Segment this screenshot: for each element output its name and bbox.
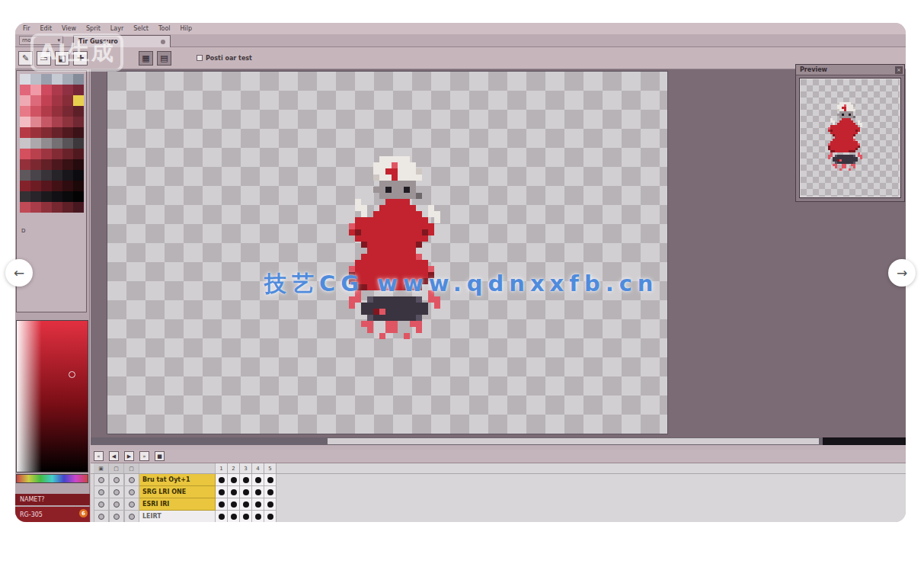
frame-cel[interactable] bbox=[228, 486, 240, 498]
palette-swatch[interactable] bbox=[20, 74, 30, 85]
palette-swatch[interactable] bbox=[52, 95, 62, 106]
layer-lock-toggle[interactable] bbox=[109, 474, 124, 486]
frame-cel[interactable] bbox=[252, 498, 264, 511]
carousel-prev-button[interactable]: ← bbox=[5, 259, 33, 287]
palette-swatch[interactable] bbox=[41, 191, 52, 202]
palette-swatch[interactable] bbox=[62, 95, 73, 106]
palette-swatch[interactable] bbox=[73, 85, 84, 95]
frame-cel[interactable] bbox=[240, 474, 252, 486]
frame-cel[interactable] bbox=[240, 511, 252, 522]
close-icon[interactable]: × bbox=[895, 66, 903, 74]
palette-swatch[interactable] bbox=[73, 138, 84, 149]
palette-swatch[interactable] bbox=[20, 138, 30, 149]
menu-item[interactable]: Tool bbox=[158, 25, 171, 32]
palette-swatch[interactable] bbox=[52, 106, 62, 117]
palette-swatch[interactable] bbox=[30, 74, 41, 85]
palette-swatch[interactable] bbox=[62, 170, 73, 181]
frame-number[interactable]: 5 bbox=[264, 463, 277, 473]
frame-cel[interactable] bbox=[240, 498, 252, 511]
palette-swatch[interactable] bbox=[30, 106, 41, 117]
sprite-canvas[interactable] bbox=[343, 156, 480, 339]
frame-cel[interactable] bbox=[252, 511, 264, 522]
timeline-header-box[interactable]: ▢ bbox=[109, 463, 124, 473]
layer-name[interactable]: ESRI IRI bbox=[139, 498, 216, 511]
frame-number[interactable]: 2 bbox=[228, 463, 240, 473]
layer-name[interactable]: SRG LRI ONE bbox=[139, 486, 216, 498]
layer-visibility-toggle[interactable] bbox=[94, 498, 109, 511]
frame-cel[interactable] bbox=[264, 498, 277, 511]
palette-swatch[interactable] bbox=[52, 74, 62, 85]
palette-swatch[interactable] bbox=[20, 127, 30, 138]
palette-swatch[interactable] bbox=[62, 149, 73, 159]
palette-swatch[interactable] bbox=[73, 74, 84, 85]
palette-swatch[interactable] bbox=[41, 95, 52, 106]
palette-swatch[interactable] bbox=[41, 127, 52, 138]
palette-swatch[interactable] bbox=[52, 138, 62, 149]
layer-lock-toggle[interactable] bbox=[109, 486, 124, 498]
toolbar-checkbox[interactable]: Posti oar test bbox=[197, 55, 252, 62]
palette-swatch[interactable] bbox=[20, 95, 30, 106]
layer-visibility-toggle[interactable] bbox=[94, 486, 109, 498]
layers-icon[interactable]: ▤ bbox=[157, 51, 171, 66]
palette-swatch[interactable] bbox=[20, 85, 30, 95]
palette-swatch[interactable] bbox=[41, 138, 52, 149]
play-button[interactable]: ▶ bbox=[124, 451, 134, 461]
palette-swatch[interactable] bbox=[52, 117, 62, 127]
frame-cel[interactable] bbox=[264, 486, 277, 498]
menu-item[interactable]: Fir bbox=[23, 25, 30, 32]
palette-swatch[interactable] bbox=[20, 170, 30, 181]
layer-link-toggle[interactable] bbox=[124, 498, 139, 511]
layer-visibility-toggle[interactable] bbox=[94, 511, 109, 522]
palette-swatch[interactable] bbox=[20, 159, 30, 170]
palette-swatch[interactable] bbox=[20, 202, 30, 213]
palette-swatch[interactable] bbox=[41, 170, 52, 181]
palette-swatch[interactable] bbox=[62, 138, 73, 149]
carousel-next-button[interactable]: → bbox=[888, 259, 916, 287]
frame-number[interactable]: 1 bbox=[216, 463, 228, 473]
frame-number[interactable]: 3 bbox=[240, 463, 252, 473]
palette-swatch[interactable] bbox=[62, 106, 73, 117]
layer-link-toggle[interactable] bbox=[124, 511, 139, 522]
menu-item[interactable]: Hilp bbox=[181, 25, 193, 32]
palette-swatch[interactable] bbox=[41, 149, 52, 159]
palette-swatch[interactable] bbox=[62, 159, 73, 170]
frame-cel[interactable] bbox=[240, 486, 252, 498]
hue-slider[interactable] bbox=[16, 474, 88, 483]
layer-name[interactable]: Bru tat Oyt+1 bbox=[139, 474, 216, 486]
palette-swatch[interactable] bbox=[73, 127, 84, 138]
palette-swatch[interactable] bbox=[52, 170, 62, 181]
loop-button[interactable]: ■ bbox=[155, 451, 165, 461]
palette-swatch[interactable] bbox=[52, 159, 62, 170]
layer-name[interactable]: LEIRT bbox=[139, 511, 216, 522]
preview-title-bar[interactable]: Preview bbox=[796, 65, 904, 75]
palette-swatch[interactable] bbox=[73, 95, 84, 106]
frame-cel[interactable] bbox=[252, 474, 264, 486]
layer-lock-toggle[interactable] bbox=[109, 511, 124, 522]
palette-swatch[interactable] bbox=[52, 85, 62, 95]
palette-swatch[interactable] bbox=[73, 170, 84, 181]
frame-cel[interactable] bbox=[228, 511, 240, 522]
palette-swatch[interactable] bbox=[62, 117, 73, 127]
frame-number[interactable]: 4 bbox=[252, 463, 264, 473]
layer-link-toggle[interactable] bbox=[124, 486, 139, 498]
menu-item[interactable]: Edit bbox=[40, 25, 53, 32]
frame-cel[interactable] bbox=[216, 486, 228, 498]
frame-cel[interactable] bbox=[264, 511, 277, 522]
layer-link-toggle[interactable] bbox=[124, 474, 139, 486]
palette-swatch[interactable] bbox=[41, 202, 52, 213]
next-frame-button[interactable]: » bbox=[139, 451, 149, 461]
palette-swatch[interactable] bbox=[52, 202, 62, 213]
palette-swatch[interactable] bbox=[73, 191, 84, 202]
canvas-area[interactable]: 技艺CG www.qdnxxfb.cn bbox=[91, 69, 906, 437]
palette-swatch[interactable] bbox=[30, 181, 41, 191]
layer-lock-toggle[interactable] bbox=[109, 498, 124, 511]
palette-swatch[interactable] bbox=[62, 181, 73, 191]
menu-item[interactable]: Layr bbox=[110, 25, 123, 32]
palette-swatch[interactable] bbox=[30, 159, 41, 170]
palette-swatch[interactable] bbox=[30, 138, 41, 149]
palette-swatch[interactable] bbox=[73, 181, 84, 191]
palette-swatch[interactable] bbox=[20, 191, 30, 202]
palette-swatch[interactable] bbox=[62, 85, 73, 95]
frame-cel[interactable] bbox=[264, 474, 277, 486]
palette-swatch[interactable] bbox=[41, 85, 52, 95]
